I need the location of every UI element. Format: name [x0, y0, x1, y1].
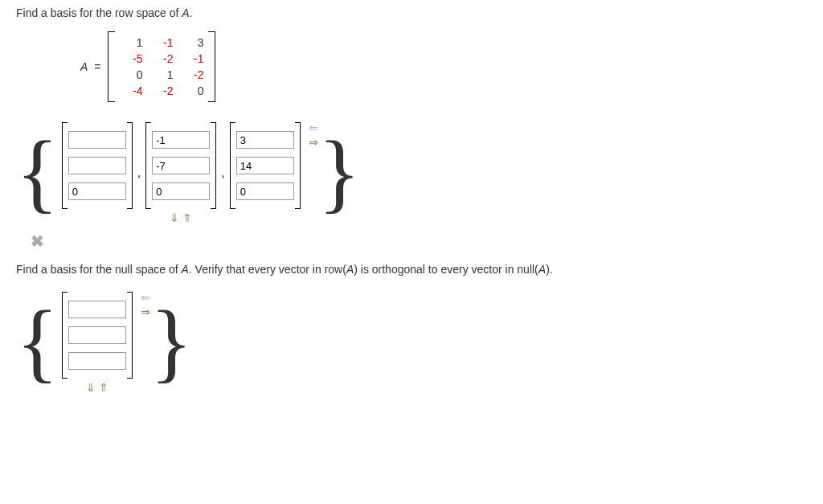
matrix-cell: -5	[116, 51, 146, 67]
answer-input[interactable]	[68, 326, 126, 344]
answer-input[interactable]	[236, 182, 294, 200]
add-vector-icon[interactable]: ⇒	[309, 137, 318, 148]
vector-entry	[68, 127, 126, 153]
remove-row-icon[interactable]: ⇑	[182, 212, 192, 223]
vector-entry	[68, 322, 126, 348]
section-null-space: Find a basis for the null space of A. Ve…	[16, 263, 807, 393]
matrix-cell: 1	[116, 35, 146, 51]
vector-entry	[236, 127, 294, 153]
equals-sign: =	[94, 60, 100, 73]
answer-input[interactable]	[152, 157, 210, 174]
vector-with-controls: ⇓ ⇑	[59, 292, 136, 393]
answer-input[interactable]	[68, 301, 126, 318]
prompt2-var: A	[181, 263, 188, 276]
vector-entry	[236, 178, 294, 204]
matrix-label: A	[80, 60, 88, 73]
remove-vector-icon[interactable]: ⇐	[141, 292, 150, 303]
prompt1-var: A	[182, 6, 189, 19]
prompt2-mid2: ) is orthogonal to every vector in null(	[354, 263, 538, 276]
matrix-cell: 1	[146, 67, 177, 83]
add-row-icon[interactable]: ⇓	[86, 382, 96, 393]
prompt-row-space: Find a basis for the row space of A.	[16, 6, 807, 19]
wrong-icon: ✖	[31, 232, 807, 251]
answer-vector	[62, 122, 133, 209]
answer-input[interactable]	[152, 131, 210, 149]
answer-vector	[145, 122, 216, 209]
matrix-display: A = 1 -1 3 -5 -2 -1 0 1 -2 -4 -2 0	[80, 31, 807, 102]
add-vector-icon[interactable]: ⇒	[141, 306, 150, 318]
row-controls: ⇓ ⇑	[170, 212, 192, 223]
prompt1-prefix: Find a basis for the row space of	[16, 6, 182, 19]
matrix-cell: -1	[146, 35, 177, 51]
brace-left-icon: {	[16, 305, 59, 380]
remove-vector-icon[interactable]: ⇐	[309, 122, 318, 133]
column-controls: ⇐ ⇒	[141, 292, 150, 318]
comma: ,	[221, 166, 224, 180]
matrix-cell: -2	[177, 67, 207, 83]
vector-entry	[68, 178, 126, 204]
matrix-cell: 0	[177, 83, 207, 99]
prompt2-var3: A	[538, 263, 546, 276]
comma: ,	[137, 166, 141, 180]
answer-input[interactable]	[236, 157, 294, 174]
vector-entry	[68, 348, 126, 374]
answer-vector	[230, 122, 301, 209]
matrix-cell: -2	[146, 51, 177, 67]
answer-input[interactable]	[68, 352, 126, 370]
matrix-cell: -2	[146, 83, 177, 99]
prompt2-prefix: Find a basis for the null space of	[16, 263, 181, 276]
row-controls: ⇓ ⇑	[86, 382, 109, 393]
matrix-cell: 3	[177, 35, 207, 51]
answer-input[interactable]	[68, 131, 126, 149]
add-row-icon[interactable]: ⇓	[170, 212, 179, 223]
prompt2-mid: . Verify that every vector in row(	[189, 263, 346, 276]
vector-with-controls: ⇓ ⇑	[142, 122, 219, 223]
matrix-A: 1 -1 3 -5 -2 -1 0 1 -2 -4 -2 0	[108, 31, 215, 102]
vector-entry	[152, 178, 210, 204]
matrix-cell: -1	[177, 51, 207, 67]
answer-vector	[62, 292, 133, 379]
vector-entry	[68, 153, 126, 178]
answer-row-space: { , ⇓ ⇑ ,	[16, 122, 807, 223]
brace-right-icon: }	[150, 305, 193, 380]
prompt1-suffix: .	[190, 6, 193, 19]
matrix-row: 1 -1 3	[116, 35, 207, 51]
vectors-group: , ⇓ ⇑ , ⇐ ⇒	[59, 122, 318, 223]
prompt2-suffix: ).	[546, 263, 553, 276]
brace-right-icon: }	[318, 135, 361, 211]
vectors-group: ⇓ ⇑ ⇐ ⇒	[59, 292, 150, 393]
matrix-cell: -4	[116, 83, 146, 99]
vector-entry	[236, 153, 294, 178]
vector-entry	[68, 297, 126, 322]
answer-input[interactable]	[68, 182, 126, 200]
answer-input[interactable]	[236, 131, 294, 149]
matrix-row: -5 -2 -1	[116, 51, 207, 67]
prompt2-var2: A	[346, 263, 354, 276]
column-controls: ⇐ ⇒	[309, 122, 318, 148]
matrix-row: -4 -2 0	[116, 83, 207, 99]
vector-entry	[152, 127, 210, 153]
answer-input[interactable]	[68, 157, 126, 174]
matrix-row: 0 1 -2	[116, 67, 207, 83]
matrix-cell: 0	[116, 67, 146, 83]
remove-row-icon[interactable]: ⇑	[99, 382, 109, 393]
answer-null-space: { ⇓ ⇑ ⇐ ⇒ }	[16, 292, 807, 393]
prompt-null-space: Find a basis for the null space of A. Ve…	[16, 263, 807, 276]
vector-entry	[152, 153, 210, 178]
brace-left-icon: {	[16, 135, 59, 211]
answer-input[interactable]	[152, 182, 210, 200]
